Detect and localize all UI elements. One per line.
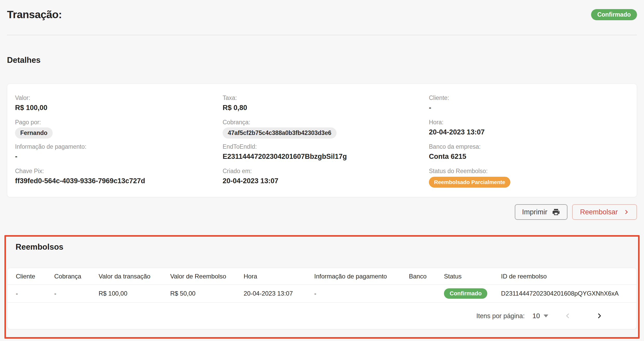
field-label: Status do Reembolso: [429, 167, 637, 175]
actions-row: Imprimir Reembolsar [7, 204, 637, 220]
field-informacao-pagamento: Informação de pagamento: - [15, 143, 223, 167]
refunds-table-card: Cliente Cobrança Valor da transação Valo… [7, 268, 637, 329]
field-label: EndToEndId: [223, 143, 429, 150]
field-status-reembolso: Status do Reembolso: Reembolsado Parcial… [429, 167, 637, 188]
cell-cobranca: - [54, 290, 99, 297]
field-banco-empresa: Banco da empresa: Conta 6215 [429, 143, 637, 167]
pagination-row: Itens por página: 10 [8, 303, 636, 329]
refund-button[interactable]: Reembolsar [572, 204, 637, 220]
field-value: E23114447202304201607BbzgbSil17g [223, 152, 429, 161]
cell-cliente: - [16, 290, 54, 297]
items-per-page-select[interactable]: 10 [532, 312, 548, 320]
dropdown-caret-icon [544, 315, 548, 317]
field-label: Pago por: [15, 119, 223, 126]
print-button[interactable]: Imprimir [515, 204, 567, 220]
field-pago-por: Pago por: Fernando [15, 119, 223, 143]
field-label: Banco da empresa: [429, 143, 637, 150]
field-label: Criado em: [223, 167, 429, 175]
field-chave-pix: Chave Pix: ff39fed0-564c-4039-9336-7969c… [15, 167, 223, 188]
field-label: Hora: [429, 119, 637, 126]
transaction-page: Transação: Confirmado Detalhes Valor: R$… [0, 0, 644, 339]
next-page-button[interactable] [596, 312, 603, 319]
chevron-left-icon [564, 312, 571, 319]
transaction-status-badge: Confirmado [591, 9, 637, 20]
refunds-heading: Reembolsos [16, 242, 637, 252]
column-header-cobranca: Cobrança [54, 273, 99, 280]
cell-hora: 20-04-2023 13:07 [244, 290, 314, 297]
items-per-page-label: Itens por página: [476, 312, 525, 320]
column-header-informacao-pagamento: Informação de pagamento [314, 273, 409, 280]
column-header-status: Status [444, 273, 501, 280]
field-value: Conta 6215 [429, 152, 637, 161]
cell-valor-transacao: R$ 100,00 [99, 290, 170, 297]
printer-icon [552, 208, 560, 216]
page-title: Transação: [7, 8, 62, 21]
column-header-cliente: Cliente [16, 273, 54, 280]
chevron-right-icon [596, 312, 603, 319]
field-valor: Valor: R$ 100,00 [15, 94, 223, 119]
cell-status: Confirmado [444, 288, 501, 299]
field-label: Cliente: [429, 94, 637, 101]
column-header-valor-transacao: Valor da transação [99, 273, 170, 280]
field-taxa: Taxa: R$ 0,80 [223, 94, 429, 119]
field-value: 20-04-2023 13:07 [223, 177, 429, 185]
details-heading: Detalhes [7, 56, 637, 65]
field-label: Taxa: [223, 94, 429, 101]
page-header: Transação: Confirmado [7, 0, 637, 21]
field-hora: Hora: 20-04-2023 13:07 [429, 119, 637, 143]
payer-chip: Fernando [15, 127, 53, 139]
header-divider [7, 35, 637, 35]
column-header-banco: Banco [409, 273, 444, 280]
print-button-label: Imprimir [522, 208, 547, 216]
field-value: R$ 0,80 [223, 104, 429, 112]
refund-button-label: Reembolsar [580, 208, 618, 216]
field-cliente: Cliente: - [429, 94, 637, 119]
refund-status-badge: Reembolsado Parcialmente [429, 177, 510, 188]
table-row: - - R$ 100,00 R$ 50,00 20-04-2023 13:07 … [8, 285, 636, 303]
field-cobranca: Cobrança: 47af5cf2b75c4c388a0b3fb42303d3… [223, 119, 429, 143]
charge-id-chip: 47af5cf2b75c4c388a0b3fb42303d3e6 [223, 127, 337, 139]
column-header-valor-reembolso: Valor de Reembolso [170, 273, 244, 280]
previous-page-button[interactable] [564, 312, 571, 319]
column-header-id-reembolso: ID de reembolso [501, 273, 636, 280]
cell-valor-reembolso: R$ 50,00 [170, 290, 244, 297]
cell-informacao-pagamento: - [314, 290, 409, 297]
chevron-right-icon [624, 209, 629, 215]
items-per-page-value: 10 [532, 312, 540, 320]
field-criado-em: Criado em: 20-04-2023 13:07 [223, 167, 429, 188]
field-value: R$ 100,00 [15, 104, 223, 112]
field-value: 20-04-2023 13:07 [429, 128, 637, 136]
field-label: Cobrança: [223, 119, 429, 126]
field-label: Chave Pix: [15, 167, 223, 175]
table-header-row: Cliente Cobrança Valor da transação Valo… [8, 268, 636, 285]
field-value: ff39fed0-564c-4039-9336-7969c13c727d [15, 177, 223, 185]
column-header-hora: Hora [244, 273, 314, 280]
row-status-badge: Confirmado [444, 288, 487, 299]
field-endtoendid: EndToEndId: E23114447202304201607BbzgbSi… [223, 143, 429, 167]
field-value: - [15, 152, 223, 161]
field-label: Valor: [15, 94, 223, 101]
details-card: Valor: R$ 100,00 Taxa: R$ 0,80 Cliente: … [7, 84, 637, 197]
refunds-section-highlighted: Reembolsos Cliente Cobrança Valor da tra… [4, 235, 640, 339]
field-value: - [429, 104, 637, 112]
field-label: Informação de pagamento: [15, 143, 223, 150]
cell-id-reembolso: D23114447202304201608pQYGXNhX6xA [501, 290, 636, 297]
